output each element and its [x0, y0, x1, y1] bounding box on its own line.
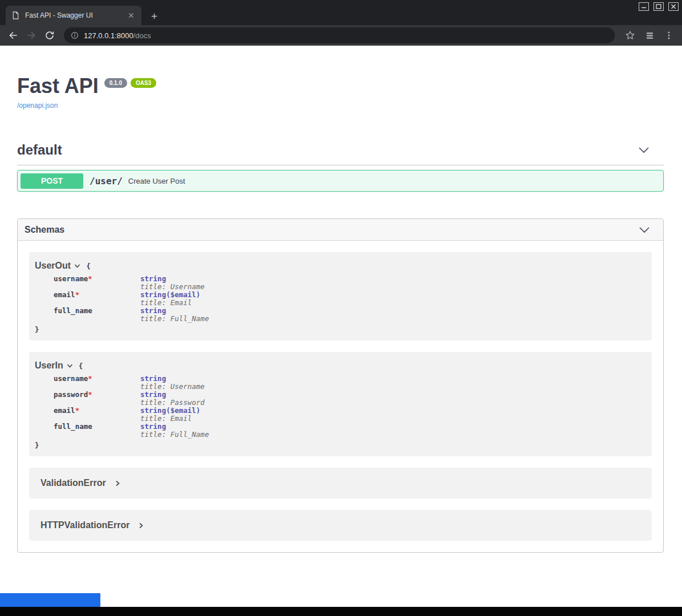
stacked-bars-icon — [645, 31, 655, 40]
model-name: ValidationError — [40, 478, 106, 488]
property-name: username* — [35, 275, 140, 291]
property-row: username* string title: Username — [35, 275, 646, 291]
property-row: full_name string title: Full_Name — [35, 307, 646, 323]
property-type: string — [140, 275, 205, 283]
model-httpvalidationerror[interactable]: HTTPValidationError — [29, 510, 652, 541]
endpoint-summary: Create User Post — [128, 177, 185, 185]
property-row: username* string title: Username — [35, 375, 646, 391]
property-row: password* string title: Password — [35, 391, 646, 407]
schemas-header[interactable]: Schemas — [18, 219, 663, 241]
property-name: password* — [35, 391, 140, 407]
three-dots-icon — [664, 30, 674, 40]
openapi-spec-link[interactable]: /openapi.json — [17, 102, 58, 110]
property-name: email* — [35, 407, 140, 423]
tab-title: Fast API - Swagger UI — [25, 11, 127, 19]
browser-tab[interactable]: Fast API - Swagger UI — [6, 6, 141, 25]
property-row: full_name string title: Full_Name — [35, 423, 646, 439]
schemas-body: UserOut { username* string — [18, 241, 663, 552]
address-bar[interactable]: 127.0.0.1:8000/docs — [64, 27, 615, 43]
property-name-text: password — [54, 390, 88, 399]
reload-button[interactable] — [41, 27, 58, 44]
extension-button[interactable] — [641, 27, 658, 44]
plus-icon — [151, 13, 158, 20]
arrow-right-icon — [26, 30, 36, 40]
model-name: UserOut — [35, 261, 71, 271]
property-type: string — [140, 423, 209, 431]
property-title: title: Full_Name — [140, 315, 209, 323]
forward-button[interactable] — [23, 27, 40, 44]
property-name: full_name — [35, 307, 140, 323]
property-row: email* string($email) title: Email — [35, 407, 646, 423]
window-controls — [639, 2, 679, 11]
property-name-text: username — [54, 274, 88, 283]
property-type: string($email) — [140, 407, 200, 415]
property-name-text: full_name — [54, 422, 92, 431]
model-validationerror[interactable]: ValidationError — [29, 468, 652, 499]
tag-section-header[interactable]: default — [17, 142, 664, 165]
close-icon — [671, 4, 676, 9]
back-button[interactable] — [5, 27, 22, 44]
property-type: string($email) — [140, 291, 200, 299]
property-name-text: full_name — [54, 306, 92, 315]
close-brace: } — [35, 325, 646, 334]
status-bubble — [0, 593, 100, 607]
model-header: UserOut { — [35, 260, 646, 271]
property-title: title: Full_Name — [140, 431, 209, 439]
maximize-button[interactable] — [653, 2, 664, 11]
page-info-button[interactable] — [71, 31, 79, 39]
property-type: string — [140, 375, 205, 383]
method-badge: POST — [21, 173, 83, 189]
chevron-down-icon — [638, 224, 651, 236]
schemas-section: Schemas UserOut — [17, 218, 664, 553]
required-star: * — [88, 390, 92, 399]
endpoint-post-user[interactable]: POST /user/ Create User Post — [17, 170, 664, 192]
close-brace: } — [35, 441, 646, 449]
property-row: email* string($email) title: Email — [35, 291, 646, 307]
refresh-icon — [44, 30, 55, 40]
info-circle-icon — [71, 31, 79, 39]
minimize-button[interactable] — [639, 2, 649, 11]
required-star: * — [75, 406, 80, 415]
property-name-text: email — [54, 406, 75, 415]
open-brace: { — [86, 262, 91, 270]
bookmark-button[interactable] — [622, 27, 639, 44]
document-icon — [11, 11, 20, 20]
open-brace: { — [79, 362, 83, 370]
browser-toolbar: 127.0.0.1:8000/docs — [0, 25, 682, 46]
required-star: * — [75, 290, 80, 299]
api-info-section: Fast API 0.1.0 OAS3 /openapi.json — [17, 46, 664, 110]
x-icon — [128, 13, 134, 18]
chevron-right-icon — [137, 522, 145, 529]
property-title: title: Username — [140, 283, 205, 291]
property-name: username* — [35, 375, 140, 391]
property-definition: string title: Full_Name — [140, 307, 209, 323]
property-list: username* string title: Username passwor… — [35, 375, 646, 439]
model-header: UserIn { — [35, 360, 646, 371]
property-name: email* — [35, 291, 140, 307]
property-definition: string title: Username — [140, 275, 205, 291]
maximize-icon — [656, 4, 661, 9]
property-type: string — [140, 307, 209, 315]
tab-close-button[interactable] — [127, 11, 136, 20]
browser-window: Fast API - Swagger UI — [0, 0, 682, 616]
close-button[interactable] — [668, 2, 679, 11]
url-path: /docs — [133, 31, 151, 40]
arrow-left-icon — [8, 30, 18, 40]
property-definition: string title: Password — [140, 391, 205, 407]
version-badge: 0.1.0 — [104, 78, 127, 88]
model-toggle-userin[interactable]: UserIn — [35, 360, 74, 371]
property-name-text: email — [54, 290, 75, 299]
new-tab-button[interactable] — [147, 9, 161, 23]
url-host: 127.0.0.1:8000 — [84, 31, 133, 40]
chevron-down-icon — [66, 362, 74, 370]
api-title-row: Fast API 0.1.0 OAS3 — [17, 75, 664, 97]
window-titlebar: Fast API - Swagger UI — [0, 0, 682, 25]
endpoint-path: /user/ — [90, 176, 123, 187]
property-definition: string($email) title: Email — [140, 407, 200, 423]
property-definition: string title: Full_Name — [140, 423, 209, 439]
property-type: string — [140, 391, 205, 399]
menu-button[interactable] — [660, 27, 677, 44]
property-list: username* string title: Username email* … — [35, 275, 646, 323]
model-toggle-userout[interactable]: UserOut — [35, 261, 81, 271]
model-name: UserIn — [35, 360, 63, 371]
